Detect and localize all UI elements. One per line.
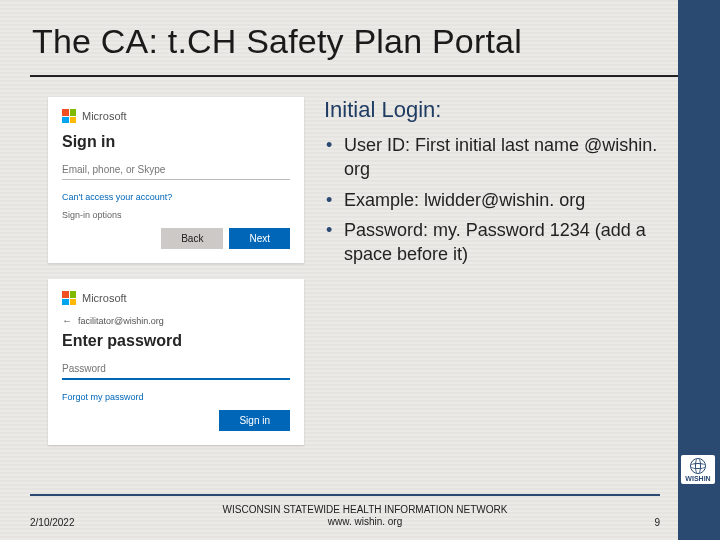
wishin-logo-text: WISHIN xyxy=(685,475,710,482)
password-input[interactable] xyxy=(62,359,290,380)
title-area: The CA: t.CH Safety Plan Portal xyxy=(0,0,720,65)
globe-icon xyxy=(690,458,706,474)
footer-rule xyxy=(30,494,660,496)
signin-heading: Sign in xyxy=(62,133,290,151)
footer-date: 2/10/2022 xyxy=(30,517,110,528)
ms-brand-text: Microsoft xyxy=(82,292,127,304)
page-number: 9 xyxy=(620,517,660,528)
signin-options-link[interactable]: Sign-in options xyxy=(62,210,290,220)
microsoft-logo-icon xyxy=(62,109,76,123)
footer: 2/10/2022 WISCONSIN STATEWIDE HEALTH INF… xyxy=(30,504,660,528)
screenshot-column: Microsoft Sign in Can't access your acco… xyxy=(48,97,304,540)
forgot-password-link[interactable]: Forgot my password xyxy=(62,392,290,402)
instruction-column: Initial Login: User ID: First initial la… xyxy=(324,97,660,540)
content-row: Microsoft Sign in Can't access your acco… xyxy=(0,77,720,540)
slide: The CA: t.CH Safety Plan Portal Microsof… xyxy=(0,0,720,540)
next-button[interactable]: Next xyxy=(229,228,290,249)
ms-brand-row-2: Microsoft xyxy=(62,291,290,305)
account-back-row[interactable]: ← facilitator@wishin.org xyxy=(62,315,290,326)
ms-brand-text: Microsoft xyxy=(82,110,127,122)
signin-button[interactable]: Sign in xyxy=(219,410,290,431)
ms-brand-row: Microsoft xyxy=(62,109,290,123)
wishin-logo: WISHIN xyxy=(681,455,715,484)
footer-org-line1: WISCONSIN STATEWIDE HEALTH INFORMATION N… xyxy=(223,504,508,515)
signin-email-input[interactable] xyxy=(62,160,290,180)
ms-signin-card: Microsoft Sign in Can't access your acco… xyxy=(48,97,304,263)
account-email: facilitator@wishin.org xyxy=(78,316,164,326)
ms-password-card: Microsoft ← facilitator@wishin.org Enter… xyxy=(48,279,304,445)
arrow-left-icon: ← xyxy=(62,315,72,326)
footer-org: WISCONSIN STATEWIDE HEALTH INFORMATION N… xyxy=(110,504,620,528)
slide-title: The CA: t.CH Safety Plan Portal xyxy=(32,22,660,61)
microsoft-logo-icon xyxy=(62,291,76,305)
back-button[interactable]: Back xyxy=(161,228,223,249)
list-item: Example: lwidder@wishin. org xyxy=(344,188,660,212)
footer-org-line2: www. wishin. org xyxy=(328,516,402,527)
list-item: User ID: First initial last name @wishin… xyxy=(344,133,660,182)
list-item: Password: my. Password 1234 (add a space… xyxy=(344,218,660,267)
bullet-list: User ID: First initial last name @wishin… xyxy=(324,133,660,266)
password-heading: Enter password xyxy=(62,332,290,350)
password-button-row: Sign in xyxy=(62,410,290,431)
cant-access-link[interactable]: Can't access your account? xyxy=(62,192,290,202)
signin-button-row: Back Next xyxy=(62,228,290,249)
section-heading: Initial Login: xyxy=(324,97,660,123)
